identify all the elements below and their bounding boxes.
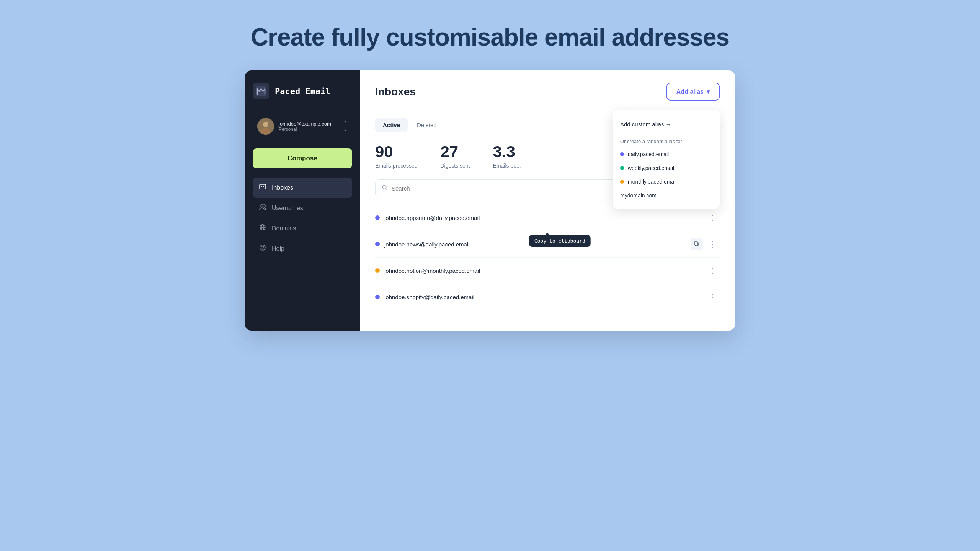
add-alias-container: Add alias ▾ Add custom alias → Or create… [666,83,720,101]
dropdown-option-domain-label: mydomain.com [620,192,657,199]
inbox-item-4: johndoe.shopify@daily.paced.email ⋮ [375,284,720,310]
inbox-item-3: johndoe.notion@monthly.paced.email ⋮ [375,258,720,284]
help-icon [259,244,266,253]
svg-rect-13 [694,242,697,245]
sidebar-logo: Paced Email [253,83,352,99]
stat-emails-number: 90 [375,143,418,161]
stat-emails-label: Emails processed [375,163,418,169]
status-dot-2 [375,242,380,246]
sidebar-item-inboxes-label: Inboxes [272,184,293,191]
more-options-button-1[interactable]: ⋮ [706,212,720,224]
stat-digests-number: 27 [441,143,470,161]
dropdown-option-daily[interactable]: daily.paced.email [612,147,720,161]
copy-button-2[interactable] [691,238,703,250]
more-options-button-3[interactable]: ⋮ [706,264,720,277]
svg-rect-4 [260,184,266,189]
inbox-email-2: johndoe.news@daily.paced.email [384,241,470,248]
sidebar-item-inboxes[interactable]: Inboxes [253,178,352,198]
tab-deleted[interactable]: Deleted [409,118,444,132]
user-info: johndoe@example.com Personal [279,121,338,132]
search-icon [382,184,388,192]
more-options-button-4[interactable]: ⋮ [706,291,720,303]
dropdown-custom-alias-section: Add custom alias → [612,116,720,134]
status-dot-4 [375,295,380,299]
sidebar-nav: Inboxes Usernames [253,178,352,259]
status-dot-1 [375,215,380,220]
inbox-actions-1: ⋮ [706,212,720,224]
dot-green-icon [620,166,624,170]
stat-digests-label: Digests sent [441,163,470,169]
page-headline: Create fully customisable email addresse… [0,23,980,51]
dropdown-option-daily-label: daily.paced.email [628,151,669,157]
user-email: johndoe@example.com [279,121,338,127]
app-window: Paced Email johndoe@example.com Personal… [245,70,735,331]
dropdown-option-monthly[interactable]: monthly.paced.email [612,175,720,189]
inbox-list: johndoe.appsumo@daily.paced.email ⋮ Copy… [360,205,735,331]
domains-icon [259,223,266,233]
add-alias-label: Add alias [676,88,704,95]
dropdown-option-monthly-label: monthly.paced.email [628,179,676,185]
logo-icon [253,83,270,99]
inbox-email-1: johndoe.appsumo@daily.paced.email [384,215,480,221]
dropdown-option-domain[interactable]: mydomain.com [612,189,720,202]
inbox-email-3: johndoe.notion@monthly.paced.email [384,267,480,274]
main-header: Inboxes Add alias ▾ Add custom alias → O… [360,70,735,110]
sidebar-item-usernames[interactable]: Usernames [253,198,352,218]
user-chevron-icon: ⌃⌄ [343,120,348,132]
svg-point-3 [261,128,270,135]
sidebar-item-domains-label: Domains [272,225,296,232]
custom-alias-link[interactable]: Add custom alias → [620,121,712,127]
sidebar-item-usernames-label: Usernames [272,205,303,212]
tab-active[interactable]: Active [375,118,408,132]
main-content: Inboxes Add alias ▾ Add custom alias → O… [360,70,735,331]
alias-dropdown: Add custom alias → Or create a random al… [612,110,720,209]
inbox-actions-3: ⋮ [706,264,720,277]
dropdown-option-weekly-label: weekly.paced.email [628,165,674,171]
sidebar-item-domains[interactable]: Domains [253,218,352,238]
svg-point-2 [263,122,268,127]
page-header: Create fully customisable email addresse… [0,0,980,70]
inbox-email-4: johndoe.shopify@daily.paced.email [384,294,474,300]
stat-digests-sent: 27 Digests sent [441,143,470,169]
inbox-item-1: johndoe.appsumo@daily.paced.email ⋮ Copy… [375,205,720,231]
page-title: Inboxes [375,86,416,98]
sidebar: Paced Email johndoe@example.com Personal… [245,70,360,331]
compose-button[interactable]: Compose [253,148,352,168]
add-alias-button[interactable]: Add alias ▾ [666,83,720,101]
svg-point-5 [261,205,263,207]
user-plan: Personal [279,127,338,132]
stat-emails-per-label: Emails pe... [493,163,521,169]
stat-emails-per-number: 3.3 [493,143,521,161]
logo-text: Paced Email [275,86,331,96]
sidebar-item-help-label: Help [272,245,284,252]
custom-alias-link-text: Add custom alias → [620,121,671,127]
inbox-icon [259,183,266,192]
svg-point-6 [263,205,265,207]
dropdown-option-weekly[interactable]: weekly.paced.email [612,161,720,175]
copy-tooltip: Copy to clipboard [529,235,591,247]
dot-blue-icon [620,152,624,156]
avatar [257,118,274,135]
inbox-actions-2: ⋮ [691,238,720,250]
dot-yellow-icon [620,180,624,184]
inbox-actions-4: ⋮ [706,291,720,303]
user-section[interactable]: johndoe@example.com Personal ⌃⌄ [253,113,352,139]
stat-emails-per: 3.3 Emails pe... [493,143,521,169]
dropdown-section-label: Or create a random alias for: [612,134,720,147]
stat-emails-processed: 90 Emails processed [375,143,418,169]
more-options-button-2[interactable]: ⋮ [706,238,720,250]
usernames-icon [259,203,266,213]
sidebar-item-help[interactable]: Help [253,238,352,259]
add-alias-chevron-icon: ▾ [707,88,710,95]
status-dot-3 [375,268,380,273]
